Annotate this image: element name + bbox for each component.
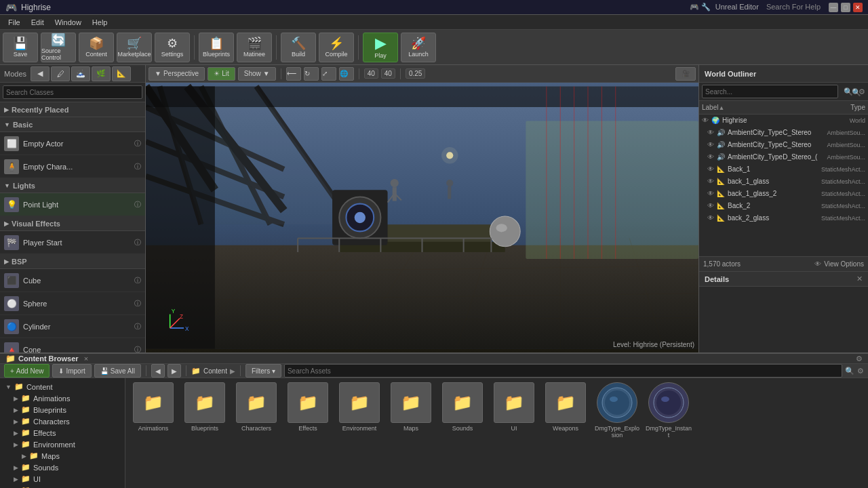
menu-window[interactable]: Window: [50, 17, 87, 28]
folder-ui[interactable]: ▶ 📁 UI: [3, 473, 122, 485]
mode-btn-foliage[interactable]: 🌿: [92, 66, 111, 81]
folder-content[interactable]: ▼ 📁 Content: [3, 381, 122, 392]
outliner-item-back2[interactable]: 👁 📐 Back_2 StaticMeshAct...: [699, 200, 868, 212]
menu-help[interactable]: Help: [87, 17, 113, 28]
vp-scale-btn[interactable]: ⤢: [321, 67, 336, 81]
asset-maps[interactable]: 📁 Maps: [387, 382, 435, 439]
outliner-item-ambient-3[interactable]: 👁 🔊 AmbientCity_TypeD_Stereo_( AmbientSo…: [699, 151, 868, 163]
add-new-btn[interactable]: + Add New: [4, 364, 50, 378]
left-panel-scroll: ▶ Recently Placed ▼ Basic ⬜ Empty Actor …: [0, 102, 145, 352]
details-close-icon[interactable]: ✕: [856, 274, 863, 283]
mode-btn-select[interactable]: ◀: [31, 66, 50, 81]
asset-environment[interactable]: 📁 Environment: [336, 382, 383, 439]
minimize-btn[interactable]: —: [829, 3, 838, 12]
actor-cylinder[interactable]: 🔵 Cylinder ⓘ: [0, 315, 145, 338]
outliner-item-ambient-2[interactable]: 👁 🔊 AmbientCity_TypeC_Stereo AmbientSou.…: [699, 139, 868, 151]
class-search-bar: 🔍: [0, 83, 145, 102]
asset-thumb-dmgtype-explosion: [597, 382, 637, 423]
toolbar-save[interactable]: 💾 Save: [3, 33, 38, 62]
asset-effects[interactable]: 📁 Effects: [284, 382, 332, 439]
folder-characters[interactable]: ▶ 📁 Characters: [3, 415, 122, 427]
mode-btn-geometry[interactable]: 📐: [112, 66, 131, 81]
asset-ui[interactable]: 📁 UI: [490, 382, 538, 439]
section-bsp[interactable]: ▶ BSP: [0, 254, 145, 269]
asset-search-input[interactable]: [284, 364, 842, 378]
actor-empty-character[interactable]: 🧍 Empty Chara... ⓘ: [0, 155, 145, 178]
folder-environment[interactable]: ▶ 📁 Environment: [3, 439, 122, 450]
toolbar-source-control[interactable]: 🔄 Source Control: [41, 33, 76, 62]
mode-btn-paint[interactable]: 🖊: [51, 66, 70, 81]
chevron-right-icon: ▶: [14, 407, 18, 413]
outliner-item-back2glass[interactable]: 👁 📐 back_2_glass StaticMeshAct...: [699, 212, 868, 224]
vp-camera-speed-btn[interactable]: 🎥: [675, 67, 696, 81]
actor-cone[interactable]: 🔺 Cone ⓘ: [0, 338, 145, 352]
asset-weapons[interactable]: 📁 Weapons: [542, 382, 589, 439]
outliner-item-highrise[interactable]: 👁 🌍 Highrise World: [699, 115, 868, 127]
actor-player-start[interactable]: 🏁 Player Start ⓘ: [0, 231, 145, 254]
asset-dmgtype-instant[interactable]: DmgType_Instant: [645, 382, 692, 439]
filters-btn[interactable]: Filters ▾: [245, 364, 281, 378]
asset-animations[interactable]: 📁 Animations: [130, 382, 177, 439]
toolbar-blueprints[interactable]: 📋 Blueprints: [199, 33, 234, 62]
outliner-item-back1glass2[interactable]: 👁 📐 back_1_glass_2 StaticMeshAct...: [699, 188, 868, 200]
menu-edit[interactable]: Edit: [26, 17, 50, 28]
actor-cube[interactable]: ⬛ Cube ⓘ: [0, 269, 145, 292]
folder-weapons[interactable]: ▶ 📁 Weapons: [3, 485, 122, 488]
folder-animations[interactable]: ▶ 📁 Animations: [3, 392, 122, 404]
actor-sphere[interactable]: ⚪ Sphere ⓘ: [0, 292, 145, 315]
import-btn[interactable]: ⬇ Import: [52, 364, 91, 378]
asset-blueprints[interactable]: 📁 Blueprints: [181, 382, 229, 439]
vp-world-btn[interactable]: 🌐: [339, 67, 354, 81]
cb-forward-btn[interactable]: ▶: [167, 364, 181, 378]
empty-char-icon: 🧍: [4, 159, 19, 174]
actor-point-light[interactable]: 💡 Point Light ⓘ: [0, 193, 145, 216]
asset-sounds[interactable]: 📁 Sounds: [439, 382, 486, 439]
folder-sounds[interactable]: ▶ 📁 Sounds: [3, 462, 122, 473]
folder-icon: 📁: [21, 394, 31, 403]
folder-blueprints[interactable]: ▶ 📁 Blueprints: [3, 404, 122, 415]
section-basic[interactable]: ▼ Basic: [0, 117, 145, 132]
folder-effects[interactable]: ▶ 📁 Effects: [3, 427, 122, 439]
outliner-item-ambient-1[interactable]: 👁 🔊 AmbientCity_TypeC_Stereo AmbientSou.…: [699, 127, 868, 139]
actor-empty-actor[interactable]: ⬜ Empty Actor ⓘ: [0, 132, 145, 155]
folder-maps[interactable]: ▶ 📁 Maps: [3, 450, 122, 462]
window-title: Highrise: [21, 3, 51, 12]
section-visual-effects[interactable]: ▶ Visual Effects: [0, 216, 145, 231]
viewport-show-btn[interactable]: Show ▼: [238, 67, 276, 81]
outliner-search-input[interactable]: [702, 85, 838, 98]
asset-characters[interactable]: 📁 Characters: [233, 382, 280, 439]
outliner-item-back1[interactable]: 👁 📐 Back_1 StaticMeshAct...: [699, 163, 868, 176]
vp-translate-btn[interactable]: ⟵: [286, 67, 301, 81]
cb-close-btn[interactable]: ×: [84, 354, 88, 363]
vp-rotate-btn[interactable]: ↻: [304, 67, 319, 81]
mesh-icon: 📐: [717, 178, 725, 185]
toolbar-play[interactable]: ▶ Play: [363, 33, 398, 62]
outliner-item-back1glass[interactable]: 👁 📐 back_1_glass StaticMeshAct...: [699, 176, 868, 188]
toolbar-compile[interactable]: ⚡ Compile: [319, 33, 354, 62]
section-lights[interactable]: ▼ Lights: [0, 178, 145, 193]
toolbar-content[interactable]: 📦 Content: [79, 33, 114, 62]
maximize-btn[interactable]: □: [841, 3, 850, 12]
cb-content: ▼ 📁 Content ▶ 📁 Animations ▶ 📁 Blueprint…: [0, 378, 868, 488]
viewport-perspective-btn[interactable]: ▼ Perspective: [149, 67, 205, 81]
menu-file[interactable]: File: [3, 17, 26, 28]
view-options-btn[interactable]: View Options: [824, 260, 864, 268]
svg-point-65: [661, 396, 669, 402]
toolbar-settings[interactable]: ⚙ Settings: [155, 33, 190, 62]
section-recently-placed[interactable]: ▶ Recently Placed: [0, 102, 145, 117]
class-search-input[interactable]: [3, 85, 142, 99]
toolbar-build[interactable]: 🔨 Build: [281, 33, 316, 62]
folder-icon: 📁: [29, 451, 39, 460]
toolbar-marketplace[interactable]: 🛒 Marketplace: [117, 33, 152, 62]
toolbar-launch[interactable]: 🚀 Launch: [401, 33, 436, 62]
asset-dmgtype-explosion[interactable]: DmgType_Explosion: [593, 382, 641, 439]
cb-view-options-btn[interactable]: ⚙: [857, 367, 864, 375]
cb-back-btn[interactable]: ◀: [151, 364, 165, 378]
viewport-lit-btn[interactable]: ☀ Lit: [208, 67, 235, 81]
toolbar-matinee[interactable]: 🎬 Matinee: [237, 33, 272, 62]
svg-rect-24: [526, 121, 698, 259]
close-btn[interactable]: ✕: [853, 3, 863, 12]
viewport-canvas[interactable]: X Y Z Level: Highrise (Persistent): [146, 83, 698, 352]
mode-btn-landscape[interactable]: 🗻: [71, 66, 90, 81]
save-all-btn[interactable]: 💾 Save All: [94, 364, 141, 378]
